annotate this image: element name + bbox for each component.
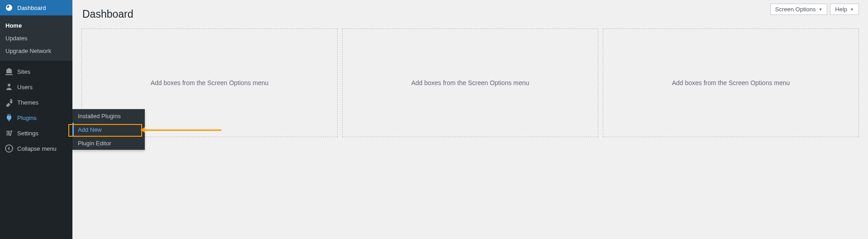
sidebar-item-collapse[interactable]: Collapse menu xyxy=(0,141,72,156)
sidebar-item-label: Sites xyxy=(17,68,68,75)
settings-icon xyxy=(5,129,14,138)
flyout-item-label: Installed Plugins xyxy=(78,113,121,120)
dashboard-boxes: Add boxes from the Screen Options menu A… xyxy=(81,29,859,137)
sidebar-subitem-label: Upgrade Network xyxy=(5,48,51,54)
chevron-down-icon: ▼ xyxy=(850,7,854,12)
plugins-icon xyxy=(5,113,14,122)
sidebar-subitem-upgrade-network[interactable]: Upgrade Network xyxy=(0,44,72,57)
sidebar-subitem-updates[interactable]: Updates xyxy=(0,32,72,44)
main-content: Screen Options ▼ Help ▼ Dashboard Add bo… xyxy=(72,0,868,239)
sidebar-item-label: Dashboard xyxy=(17,5,68,11)
dashboard-box-placeholder: Add boxes from the Screen Options menu xyxy=(603,29,859,137)
sidebar-item-label: Collapse menu xyxy=(17,145,68,152)
svg-point-0 xyxy=(10,130,12,132)
sidebar-subitem-label: Updates xyxy=(5,35,27,42)
sidebar-item-plugins[interactable]: Plugins xyxy=(0,110,72,125)
sidebar-item-label: Plugins xyxy=(17,115,68,121)
sidebar-item-dashboard[interactable]: Dashboard xyxy=(0,0,72,15)
sites-icon xyxy=(5,67,14,76)
button-label: Screen Options xyxy=(775,6,816,13)
flyout-item-label: Plugin Editor xyxy=(78,140,111,147)
flyout-item-add-new[interactable]: Add New xyxy=(72,123,145,136)
flyout-item-plugin-editor[interactable]: Plugin Editor xyxy=(72,136,145,150)
sidebar-item-sites[interactable]: Sites xyxy=(0,64,72,79)
svg-point-1 xyxy=(8,132,10,134)
dashboard-icon xyxy=(5,3,14,12)
box-placeholder-text: Add boxes from the Screen Options menu xyxy=(411,79,529,86)
dashboard-box-placeholder: Add boxes from the Screen Options menu xyxy=(342,29,598,137)
sidebar-subitem-home[interactable]: Home xyxy=(0,19,72,32)
top-buttons: Screen Options ▼ Help ▼ xyxy=(770,4,859,15)
box-placeholder-text: Add boxes from the Screen Options menu xyxy=(151,79,269,86)
sidebar-item-users[interactable]: Users xyxy=(0,79,72,95)
button-label: Help xyxy=(835,6,847,13)
sidebar-item-label: Themes xyxy=(17,99,68,106)
sidebar-item-label: Users xyxy=(17,84,68,91)
page-title: Dashboard xyxy=(81,0,859,29)
svg-point-2 xyxy=(10,134,11,136)
flyout-item-label: Add New xyxy=(78,126,102,133)
box-placeholder-text: Add boxes from the Screen Options menu xyxy=(672,79,790,86)
dashboard-submenu: Home Updates Upgrade Network xyxy=(0,15,72,61)
users-icon xyxy=(5,82,14,91)
screen-options-button[interactable]: Screen Options ▼ xyxy=(770,4,828,15)
admin-sidebar: Dashboard Home Updates Upgrade Network S… xyxy=(0,0,72,239)
sidebar-separator xyxy=(0,61,72,64)
help-button[interactable]: Help ▼ xyxy=(830,4,859,15)
sidebar-subitem-label: Home xyxy=(5,22,22,29)
flyout-item-installed-plugins[interactable]: Installed Plugins xyxy=(72,109,145,123)
sidebar-item-themes[interactable]: Themes xyxy=(0,95,72,110)
plugins-flyout: Installed Plugins Add New Plugin Editor xyxy=(72,109,145,150)
chevron-down-icon: ▼ xyxy=(818,7,822,12)
themes-icon xyxy=(5,98,14,107)
collapse-icon xyxy=(5,144,14,153)
sidebar-item-label: Settings xyxy=(17,130,68,137)
sidebar-item-settings[interactable]: Settings xyxy=(0,125,72,141)
